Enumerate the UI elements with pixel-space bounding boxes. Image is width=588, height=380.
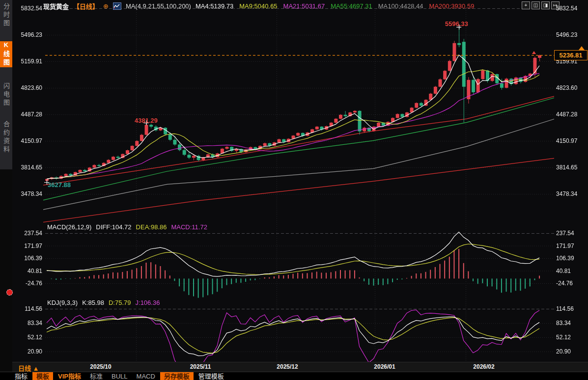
y-axis-label: 237.54 xyxy=(13,230,42,237)
x-axis-date-label: 2025/11 xyxy=(190,363,211,370)
circled-plus-icon[interactable]: ⊕ xyxy=(103,3,109,9)
ma-value-1: MA4:5139.73 xyxy=(196,2,233,10)
x-axis-date-label: 2026/02 xyxy=(473,363,494,370)
y-axis-label: 114.56 xyxy=(13,305,42,312)
crosshair-icon[interactable]: + xyxy=(522,1,530,9)
y-axis-label: 3814.65 xyxy=(556,164,587,171)
x-axis-date-label: 2025/10 xyxy=(90,363,111,370)
y-axis-label: 106.39 xyxy=(556,255,587,262)
ma-value-3: MA21:5031.67 xyxy=(283,2,325,10)
y-axis-label: -24.76 xyxy=(13,280,42,287)
toolbar-tab-8[interactable]: 管理模板 xyxy=(195,372,228,380)
y-axis-label: 4150.97 xyxy=(556,137,587,144)
y-axis-label: 20.90 xyxy=(556,348,587,355)
toolbar-tab-3[interactable]: VIP指标 xyxy=(54,372,85,380)
y-axis-label: 40.81 xyxy=(13,268,42,274)
macd-dea-value: DEA:98.86 xyxy=(136,223,167,231)
sidebar-tabs: 分时图K线图闪电图合约资料 xyxy=(0,0,12,169)
toolbar-tab-5[interactable]: BULL xyxy=(108,372,132,380)
y-axis-label: 171.97 xyxy=(556,243,587,249)
ma-value-6: MA200:3930.59 xyxy=(429,2,475,10)
y-axis-label: 83.34 xyxy=(13,320,42,326)
toolbar-tab-6[interactable]: MACD xyxy=(133,372,159,380)
macd-diff-value: DIFF:104.72 xyxy=(96,223,131,231)
toolbar-tab-2[interactable]: 模板 xyxy=(32,372,53,380)
y-axis-label: 4823.60 xyxy=(556,84,587,91)
high-price-annotation: 5596.33 xyxy=(445,20,468,27)
y-axis-label: 106.39 xyxy=(13,255,42,262)
last-tick-arrow-icon xyxy=(532,51,536,54)
y-axis-label: 3814.65 xyxy=(13,164,42,171)
y-axis-label: 83.34 xyxy=(556,320,587,326)
kdj-pane-header: KDJ(9,3,3) K:85.98 D:75.79 J:106.36 xyxy=(47,299,160,306)
x-axis-row: 日线 ▲ 2025/102025/112025/122026/012026/02 xyxy=(12,362,588,372)
x-axis-date-label: 2026/01 xyxy=(374,363,395,370)
symbol-name: 现货黄金 xyxy=(43,1,69,11)
toolbar-tab-1[interactable]: 指标 xyxy=(11,372,31,380)
y-axis-label: 3478.34 xyxy=(13,190,42,197)
x-axis-date-label: 2025/12 xyxy=(277,363,298,370)
price-up-arrow-icon xyxy=(579,46,585,50)
y-axis-label: 52.12 xyxy=(13,334,42,341)
mini-chart-icon[interactable] xyxy=(113,2,121,10)
y-axis-label: 52.12 xyxy=(556,334,587,341)
y-axis-label: 4823.60 xyxy=(13,84,42,91)
low-price-annotation: 3627.88 xyxy=(48,181,71,189)
ma-value-4: MA55:4697.31 xyxy=(331,2,372,10)
y-axis-label: 237.54 xyxy=(556,230,587,237)
chart-header: 现货黄金 【日线】 ⊕ MA(4,9,21,55,100,200) MA4:51… xyxy=(43,1,474,10)
kdj-j-value: J:106.36 xyxy=(136,299,160,306)
sidebar-tab-4[interactable]: 合约资料 xyxy=(0,121,12,154)
toolbar-tab-4[interactable]: 标准 xyxy=(86,372,107,380)
ma-value-5: MA100:4428.44 xyxy=(378,2,423,10)
sidebar: 分时图K线图闪电图合约资料 xyxy=(0,0,12,380)
kdj-k-value: K:85.98 xyxy=(82,299,104,306)
chart-window: 分时图K线图闪电图合约资料 现货黄金 【日线】 ⊕ MA(4,9,21,55,1… xyxy=(0,0,588,380)
right-axis-pane-icon[interactable]: ◨ xyxy=(541,1,550,9)
macd-title[interactable]: MACD(26,12,9) xyxy=(47,223,91,231)
y-axis-label: 114.56 xyxy=(556,305,587,312)
y-axis-label: 5832.54 xyxy=(13,5,42,12)
alert-indicator-icon xyxy=(6,289,13,296)
y-axis-label: 5832.54 xyxy=(556,5,587,12)
sidebar-tab-2[interactable]: K线图 xyxy=(0,41,12,67)
ma-value-2: MA9:5040.65 xyxy=(239,2,277,10)
y-axis-label: 5496.23 xyxy=(556,31,587,38)
period-tag[interactable]: 【日线】 xyxy=(73,1,99,11)
y-axis-label: 5159.91 xyxy=(13,58,42,65)
y-axis-label: -24.76 xyxy=(556,280,587,287)
kdj-title[interactable]: KDJ(9,3,3) xyxy=(47,299,78,306)
ma-settings-label: MA(4,9,21,55,100,200) xyxy=(126,2,191,10)
macd-pane-header: MACD(26,12,9) DIFF:104.72 DEA:98.86 MACD… xyxy=(47,223,207,231)
y-axis-label: 4487.28 xyxy=(13,111,42,118)
chart-canvas[interactable] xyxy=(0,0,588,380)
y-axis-label: 20.90 xyxy=(13,348,42,355)
current-price-badge: 5236.81 xyxy=(554,50,588,60)
bottom-toolbar: 指标模板VIP指标标准BULLMACD另存模板管理模板 xyxy=(0,372,588,380)
y-axis-label: 4150.97 xyxy=(13,137,42,144)
pullback-high-annotation: 4381.29 xyxy=(135,117,158,124)
macd-macd-value: MACD:11.72 xyxy=(171,223,207,231)
ma-values: MA4:5139.73MA9:5040.65MA21:5031.67MA55:4… xyxy=(196,2,474,10)
y-axis-label: 3478.34 xyxy=(556,190,587,197)
toolbar-tab-7[interactable]: 另存模板 xyxy=(160,372,194,380)
kdj-d-value: D:75.79 xyxy=(109,299,131,306)
sidebar-tab-3[interactable]: 闪电图 xyxy=(0,82,12,108)
y-axis-label: 4487.28 xyxy=(556,111,587,118)
window-icon-group: +◫◨↦ xyxy=(522,1,560,9)
left-axis-pane-icon[interactable]: ◫ xyxy=(532,1,540,9)
y-axis-label: 171.97 xyxy=(13,243,42,249)
y-axis-label: 40.81 xyxy=(556,268,587,274)
sidebar-tab-1[interactable]: 分时图 xyxy=(0,3,12,28)
y-axis-label: 5496.23 xyxy=(13,31,42,38)
